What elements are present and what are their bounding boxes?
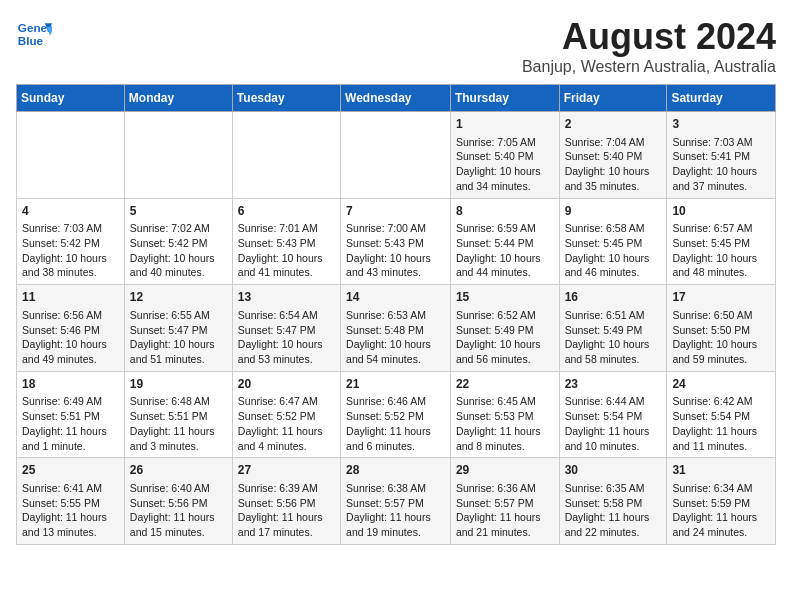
calendar-cell: 5Sunrise: 7:02 AMSunset: 5:42 PMDaylight… xyxy=(124,198,232,285)
sunset-text: Sunset: 5:40 PM xyxy=(565,149,662,164)
day-number: 18 xyxy=(22,376,119,393)
day-number: 19 xyxy=(130,376,227,393)
daylight-text: Daylight: 11 hours and 19 minutes. xyxy=(346,510,445,539)
daylight-text: Daylight: 11 hours and 17 minutes. xyxy=(238,510,335,539)
daylight-text: Daylight: 11 hours and 21 minutes. xyxy=(456,510,554,539)
day-number: 13 xyxy=(238,289,335,306)
calendar-cell: 2Sunrise: 7:04 AMSunset: 5:40 PMDaylight… xyxy=(559,112,667,199)
sunrise-text: Sunrise: 6:40 AM xyxy=(130,481,227,496)
sunrise-text: Sunrise: 6:44 AM xyxy=(565,394,662,409)
daylight-text: Daylight: 10 hours and 38 minutes. xyxy=(22,251,119,280)
sunset-text: Sunset: 5:53 PM xyxy=(456,409,554,424)
day-number: 27 xyxy=(238,462,335,479)
day-number: 4 xyxy=(22,203,119,220)
column-header-thursday: Thursday xyxy=(450,85,559,112)
sunrise-text: Sunrise: 6:53 AM xyxy=(346,308,445,323)
daylight-text: Daylight: 11 hours and 10 minutes. xyxy=(565,424,662,453)
sunrise-text: Sunrise: 6:39 AM xyxy=(238,481,335,496)
calendar-cell: 22Sunrise: 6:45 AMSunset: 5:53 PMDayligh… xyxy=(450,371,559,458)
column-header-saturday: Saturday xyxy=(667,85,776,112)
sunrise-text: Sunrise: 6:59 AM xyxy=(456,221,554,236)
sunset-text: Sunset: 5:42 PM xyxy=(130,236,227,251)
sunrise-text: Sunrise: 6:45 AM xyxy=(456,394,554,409)
day-number: 28 xyxy=(346,462,445,479)
sunset-text: Sunset: 5:49 PM xyxy=(565,323,662,338)
sunrise-text: Sunrise: 6:51 AM xyxy=(565,308,662,323)
day-number: 16 xyxy=(565,289,662,306)
sunset-text: Sunset: 5:51 PM xyxy=(130,409,227,424)
sunset-text: Sunset: 5:56 PM xyxy=(238,496,335,511)
column-header-sunday: Sunday xyxy=(17,85,125,112)
sunrise-text: Sunrise: 6:50 AM xyxy=(672,308,770,323)
daylight-text: Daylight: 10 hours and 43 minutes. xyxy=(346,251,445,280)
sunset-text: Sunset: 5:40 PM xyxy=(456,149,554,164)
column-header-tuesday: Tuesday xyxy=(232,85,340,112)
sunrise-text: Sunrise: 7:03 AM xyxy=(672,135,770,150)
calendar-cell: 19Sunrise: 6:48 AMSunset: 5:51 PMDayligh… xyxy=(124,371,232,458)
daylight-text: Daylight: 11 hours and 13 minutes. xyxy=(22,510,119,539)
sunset-text: Sunset: 5:41 PM xyxy=(672,149,770,164)
daylight-text: Daylight: 11 hours and 3 minutes. xyxy=(130,424,227,453)
sunrise-text: Sunrise: 6:54 AM xyxy=(238,308,335,323)
day-number: 21 xyxy=(346,376,445,393)
sunset-text: Sunset: 5:44 PM xyxy=(456,236,554,251)
calendar-cell: 10Sunrise: 6:57 AMSunset: 5:45 PMDayligh… xyxy=(667,198,776,285)
day-number: 8 xyxy=(456,203,554,220)
day-number: 15 xyxy=(456,289,554,306)
sunset-text: Sunset: 5:49 PM xyxy=(456,323,554,338)
daylight-text: Daylight: 10 hours and 56 minutes. xyxy=(456,337,554,366)
calendar-cell: 17Sunrise: 6:50 AMSunset: 5:50 PMDayligh… xyxy=(667,285,776,372)
sunset-text: Sunset: 5:45 PM xyxy=(565,236,662,251)
calendar-cell: 14Sunrise: 6:53 AMSunset: 5:48 PMDayligh… xyxy=(341,285,451,372)
calendar-cell: 18Sunrise: 6:49 AMSunset: 5:51 PMDayligh… xyxy=(17,371,125,458)
day-number: 22 xyxy=(456,376,554,393)
calendar-cell xyxy=(232,112,340,199)
sunset-text: Sunset: 5:48 PM xyxy=(346,323,445,338)
day-number: 20 xyxy=(238,376,335,393)
day-number: 31 xyxy=(672,462,770,479)
sunset-text: Sunset: 5:43 PM xyxy=(346,236,445,251)
sunset-text: Sunset: 5:42 PM xyxy=(22,236,119,251)
sunset-text: Sunset: 5:56 PM xyxy=(130,496,227,511)
day-number: 24 xyxy=(672,376,770,393)
daylight-text: Daylight: 10 hours and 46 minutes. xyxy=(565,251,662,280)
sunset-text: Sunset: 5:57 PM xyxy=(346,496,445,511)
sunrise-text: Sunrise: 7:02 AM xyxy=(130,221,227,236)
page-header: General Blue August 2024 Banjup, Western… xyxy=(16,16,776,76)
daylight-text: Daylight: 10 hours and 59 minutes. xyxy=(672,337,770,366)
sunset-text: Sunset: 5:47 PM xyxy=(130,323,227,338)
daylight-text: Daylight: 10 hours and 37 minutes. xyxy=(672,164,770,193)
sunset-text: Sunset: 5:55 PM xyxy=(22,496,119,511)
day-number: 25 xyxy=(22,462,119,479)
daylight-text: Daylight: 10 hours and 58 minutes. xyxy=(565,337,662,366)
daylight-text: Daylight: 11 hours and 1 minute. xyxy=(22,424,119,453)
calendar-cell: 11Sunrise: 6:56 AMSunset: 5:46 PMDayligh… xyxy=(17,285,125,372)
sunset-text: Sunset: 5:47 PM xyxy=(238,323,335,338)
page-subtitle: Banjup, Western Australia, Australia xyxy=(522,58,776,76)
day-number: 11 xyxy=(22,289,119,306)
day-number: 10 xyxy=(672,203,770,220)
sunrise-text: Sunrise: 6:56 AM xyxy=(22,308,119,323)
day-number: 2 xyxy=(565,116,662,133)
sunset-text: Sunset: 5:52 PM xyxy=(238,409,335,424)
sunrise-text: Sunrise: 7:00 AM xyxy=(346,221,445,236)
calendar-cell: 3Sunrise: 7:03 AMSunset: 5:41 PMDaylight… xyxy=(667,112,776,199)
page-title: August 2024 xyxy=(522,16,776,58)
calendar-cell: 9Sunrise: 6:58 AMSunset: 5:45 PMDaylight… xyxy=(559,198,667,285)
sunrise-text: Sunrise: 6:57 AM xyxy=(672,221,770,236)
daylight-text: Daylight: 11 hours and 6 minutes. xyxy=(346,424,445,453)
day-number: 3 xyxy=(672,116,770,133)
daylight-text: Daylight: 10 hours and 51 minutes. xyxy=(130,337,227,366)
sunset-text: Sunset: 5:52 PM xyxy=(346,409,445,424)
day-number: 1 xyxy=(456,116,554,133)
sunrise-text: Sunrise: 6:35 AM xyxy=(565,481,662,496)
day-number: 12 xyxy=(130,289,227,306)
sunset-text: Sunset: 5:58 PM xyxy=(565,496,662,511)
daylight-text: Daylight: 10 hours and 48 minutes. xyxy=(672,251,770,280)
daylight-text: Daylight: 10 hours and 49 minutes. xyxy=(22,337,119,366)
sunrise-text: Sunrise: 6:55 AM xyxy=(130,308,227,323)
daylight-text: Daylight: 11 hours and 22 minutes. xyxy=(565,510,662,539)
calendar-cell: 20Sunrise: 6:47 AMSunset: 5:52 PMDayligh… xyxy=(232,371,340,458)
daylight-text: Daylight: 10 hours and 44 minutes. xyxy=(456,251,554,280)
sunrise-text: Sunrise: 7:05 AM xyxy=(456,135,554,150)
